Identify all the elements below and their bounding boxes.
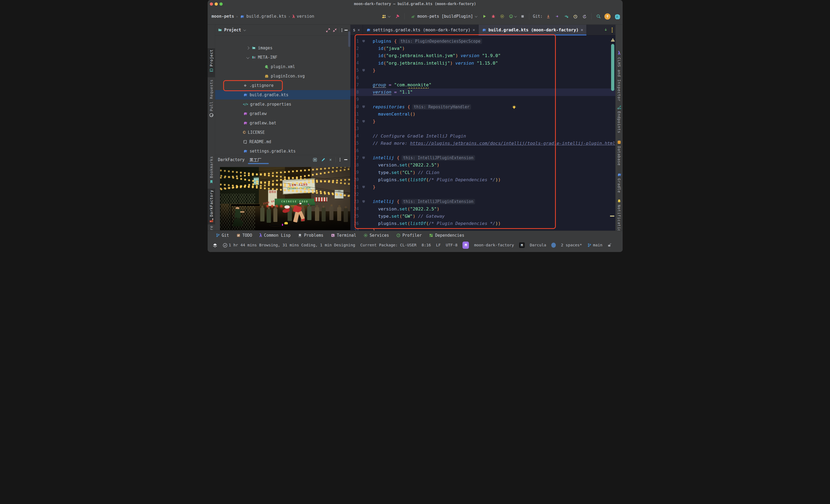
profile-button[interactable] (508, 13, 517, 20)
tab-options-icon[interactable] (612, 28, 613, 32)
fold-marker-icon[interactable] (362, 186, 365, 189)
debug-button[interactable] (490, 13, 497, 20)
code-line-21[interactable]: 21} (350, 183, 615, 191)
git-branch-name[interactable]: main (593, 243, 603, 247)
tree-item-gradle-properties[interactable]: </>gradle.properties (215, 99, 350, 109)
code-line-14[interactable]: 14// Configure Gradle IntelliJ Plugin (350, 132, 615, 140)
tree-item-gradlew-bat[interactable]: gradlew.bat (215, 118, 350, 128)
breadcrumb-item[interactable]: version (297, 14, 314, 19)
tree-expander-icon[interactable] (246, 56, 249, 59)
chevron-down-icon[interactable] (243, 28, 246, 31)
project-panel-title[interactable]: Project (224, 28, 241, 32)
code-line-1[interactable]: 1plugins {this: PluginDependenciesSpecSc… (350, 37, 615, 45)
tree-item-pluginicon-svg[interactable]: SVGpluginIcon.svg (215, 71, 350, 81)
tree-item-license[interactable]: ©LICENSE (215, 128, 350, 137)
tool-window-button-dependencies[interactable]: Dependencies (429, 233, 464, 238)
code-line-26[interactable]: 26 plugins.set(listOf(/* Plugin Dependen… (350, 220, 615, 227)
close-tab-icon[interactable]: × (473, 28, 475, 32)
fold-marker-icon[interactable] (362, 120, 365, 123)
tree-item--gitignore[interactable]: .gitignore (215, 81, 350, 90)
indent-setting[interactable]: 2 spaces* (561, 243, 582, 247)
fold-marker-icon[interactable] (362, 157, 365, 159)
encoding[interactable]: UTF-8 (446, 243, 458, 247)
tree-scrollbar[interactable] (348, 31, 350, 47)
close-tab-icon[interactable]: × (358, 28, 360, 32)
code-line-15[interactable]: 15// Read more: https://plugins.jetbrain… (350, 140, 615, 147)
code-line-20[interactable]: 20 plugins.set(listOf(/* Plugin Dependen… (350, 176, 615, 183)
tool-window-button-git[interactable]: Git (216, 233, 229, 238)
hide-panel-icon[interactable] (344, 159, 347, 160)
tree-item-gradlew[interactable]: gradlew (215, 109, 350, 118)
collapse-all-icon[interactable] (332, 28, 337, 32)
tool-window-button-pull-requests[interactable]: Pull Requests (208, 78, 215, 118)
expand-all-icon[interactable] (326, 28, 330, 32)
unlock-icon[interactable] (607, 243, 611, 247)
breadcrumb-item[interactable]: build.gradle.kts (246, 14, 286, 19)
theme-name[interactable]: Darcula (530, 243, 546, 247)
code-line-25[interactable]: 25 type.set("GW") // Gateway (350, 212, 615, 220)
tree-item-build-gradle-kts[interactable]: build.gradle.kts (215, 90, 350, 99)
code-line-6[interactable]: 6 (350, 74, 615, 81)
update-available-button[interactable] (604, 13, 611, 20)
code-line-17[interactable]: 17intellij {this: IntelliJPluginExtensio… (350, 154, 615, 161)
code-line-19[interactable]: 19 type.set("CL") // CLion (350, 169, 615, 176)
code-line-23[interactable]: 23intellij {this: IntelliJPluginExtensio… (350, 198, 615, 205)
fold-marker-icon[interactable] (362, 105, 365, 108)
rollback-button[interactable] (581, 13, 588, 20)
code-line-11[interactable]: 11 mavenCentral() (350, 110, 615, 118)
code-line-24[interactable]: 24 version.set("2022.2.5") (350, 205, 615, 212)
code-line-27[interactable]: 27} (350, 227, 615, 231)
git-commit-button[interactable] (554, 13, 561, 20)
tool-window-button-endpoints[interactable]: Endpoints (616, 105, 622, 140)
edit-pencil-icon[interactable] (321, 157, 325, 162)
stop-button[interactable] (520, 13, 525, 19)
editor-tab[interactable]: settings.gradle.kts (moon-dark-factory)× (363, 25, 479, 35)
code-line-22[interactable]: 22 (350, 191, 615, 198)
tool-window-button-common-lisp[interactable]: λCommon Lisp (259, 233, 291, 238)
fold-marker-icon[interactable] (362, 200, 365, 203)
time-tracker-icon[interactable] (222, 243, 227, 247)
highlight-level-dot[interactable] (551, 243, 556, 248)
hide-panel-icon[interactable] (345, 30, 348, 31)
editor-scrollbar[interactable] (611, 44, 614, 91)
tool-window-button-gradle[interactable]: Gradle (616, 173, 622, 199)
close-icon[interactable]: × (329, 157, 331, 162)
build-button[interactable] (393, 13, 401, 20)
tool-window-button-project[interactable]: Project (208, 48, 215, 77)
tree-item-settings-gradle-kts[interactable]: settings.gradle.kts (215, 146, 350, 155)
tool-window-button-bookmarks[interactable]: Bookmarks (208, 155, 215, 184)
code-line-18[interactable]: 18 version.set("2022.2.5") (350, 161, 615, 169)
code-line-10[interactable]: 10repositories {this: RepositoryHandler (350, 103, 615, 110)
fold-marker-icon[interactable] (362, 40, 365, 43)
code-line-13[interactable]: 13 (350, 125, 615, 132)
more-options-icon[interactable] (340, 158, 341, 161)
code-line-4[interactable]: 4 id("org.jetbrains.intellij") version "… (350, 60, 615, 67)
tool-window-button-darkfactory[interactable]: DarkFactory (208, 189, 215, 224)
search-everywhere-button[interactable] (595, 13, 602, 20)
code-line-9[interactable]: 9 (350, 96, 615, 103)
tree-item-readme-md[interactable]: README.md (215, 137, 350, 146)
tree-expander-icon[interactable] (246, 46, 249, 49)
darkfactory-tab[interactable]: 黑工厂 (248, 155, 263, 164)
run-with-coverage-button[interactable] (499, 13, 505, 20)
code-editor[interactable]: 1plugins {this: PluginDependenciesSpecSc… (350, 35, 615, 231)
darkfactory-title[interactable]: DarkFactory (218, 157, 245, 162)
run-configuration-select[interactable]: moon-pets [buildPlugin] (408, 12, 479, 20)
code-line-8[interactable]: 8version = "1.1" (350, 89, 615, 96)
tool-window-button-services[interactable]: Services (363, 233, 389, 238)
caret-position[interactable]: 8:16 (421, 243, 431, 247)
inspection-warning-icon[interactable] (610, 37, 616, 42)
tool-window-button-todo[interactable]: TODO (236, 233, 252, 238)
code-line-7[interactable]: 7group = "com.moonkite" (350, 81, 615, 89)
intention-bulb-icon[interactable] (512, 105, 516, 110)
code-line-5[interactable]: 5} (350, 67, 615, 74)
line-ending[interactable]: LF (436, 243, 441, 247)
git-update-button[interactable] (545, 13, 551, 20)
tool-window-button-database[interactable]: Database (616, 140, 622, 173)
code-line-2[interactable]: 2 id("java") (350, 45, 615, 52)
stack-icon[interactable] (213, 243, 217, 247)
navigate-down-icon[interactable] (604, 28, 608, 32)
tool-window-button-profiler[interactable]: Profiler (396, 233, 422, 238)
git-push-button[interactable] (563, 13, 570, 20)
history-button[interactable] (572, 13, 579, 20)
